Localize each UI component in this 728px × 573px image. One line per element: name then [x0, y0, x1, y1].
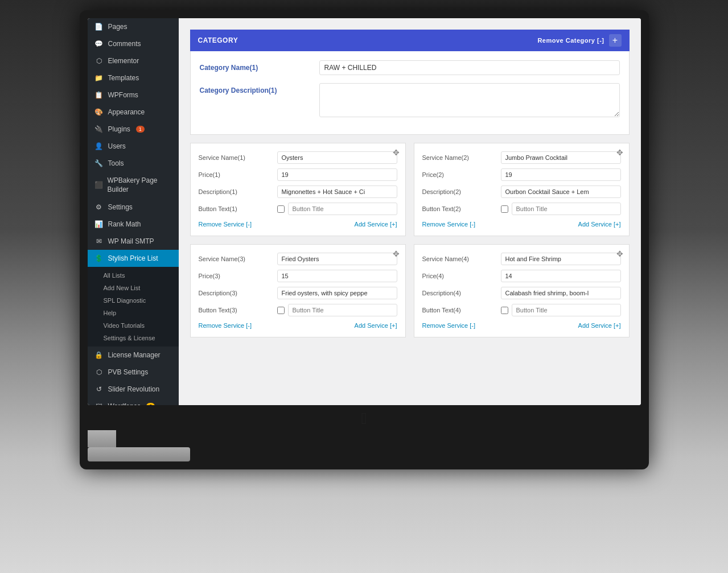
- sidebar-item-pvb[interactable]: ⬡ PVB Settings: [88, 364, 179, 381]
- service-1-btn-input[interactable]: [288, 203, 397, 215]
- service-2-add[interactable]: Add Service [+]: [578, 221, 621, 228]
- service-4-btn-checkbox-area: [501, 304, 621, 316]
- submenu-help[interactable]: Help: [88, 307, 179, 319]
- service-4-btn-row: Button Text(4): [422, 304, 621, 316]
- service-4-actions: Remove Service [-] Add Service [+]: [422, 322, 621, 329]
- sidebar-item-wordfence[interactable]: 🛡 Wordfence 2: [88, 398, 179, 405]
- sidebar-item-users[interactable]: 👤 Users: [88, 138, 179, 155]
- drag-handle-3[interactable]: ✥: [393, 249, 400, 258]
- service-2-price-input[interactable]: [501, 168, 621, 181]
- sidebar-submenu: All Lists Add New List SPL Diagnostic He…: [88, 267, 179, 347]
- service-3-desc-input[interactable]: [277, 287, 397, 299]
- service-2-name-label: Service Name(2): [422, 154, 496, 161]
- stand-base: [88, 447, 190, 461]
- service-1-price-label: Price(1): [199, 171, 273, 178]
- category-name-label: Category Name(1): [200, 60, 314, 72]
- service-2-price-label: Price(2): [422, 171, 496, 178]
- submenu-settings-license[interactable]: Settings & License: [88, 332, 179, 344]
- elementor-icon: ⬡: [94, 57, 104, 65]
- sidebar-item-wpbakery[interactable]: ⬛ WPBakery Page Builder: [88, 172, 179, 199]
- service-3-btn-checkbox[interactable]: [277, 307, 285, 314]
- rankmath-icon: 📊: [94, 220, 104, 228]
- service-3-name-input[interactable]: [277, 253, 397, 265]
- service-3-desc-label: Description(3): [199, 290, 273, 296]
- service-1-actions: Remove Service [-] Add Service [+]: [199, 221, 397, 228]
- sidebar-item-settings[interactable]: ⚙ Settings: [88, 199, 179, 216]
- service-4-desc-input[interactable]: [501, 287, 621, 299]
- service-1-name-input[interactable]: [277, 151, 397, 164]
- service-4-btn-checkbox[interactable]: [501, 307, 508, 314]
- remove-category-link[interactable]: Remove Category [-]: [537, 37, 604, 44]
- category-header: CATEGORY Remove Category [-] +: [190, 30, 630, 51]
- add-category-button[interactable]: +: [609, 34, 622, 47]
- service-3-name-row: Service Name(3): [199, 253, 397, 265]
- tools-icon: 🔧: [94, 159, 104, 167]
- service-2-desc-input[interactable]: [501, 185, 621, 198]
- service-1-desc-input[interactable]: [277, 185, 397, 198]
- sidebar-item-rankmath[interactable]: 📊 Rank Math: [88, 216, 179, 233]
- submenu-diagnostic[interactable]: SPL Diagnostic: [88, 294, 179, 307]
- settings-icon: ⚙: [94, 203, 104, 211]
- stylish-icon: 💲: [94, 254, 104, 262]
- sidebar-item-wpforms[interactable]: 📋 WPForms: [88, 86, 179, 104]
- service-4-name-input[interactable]: [501, 253, 621, 265]
- service-4-btn-input[interactable]: [512, 304, 621, 316]
- service-2-btn-checkbox[interactable]: [501, 205, 508, 213]
- wpmail-icon: ✉: [94, 237, 104, 245]
- category-title: CATEGORY: [198, 36, 238, 44]
- service-2-name-input[interactable]: [501, 151, 621, 164]
- sidebar-item-tools[interactable]: 🔧 Tools: [88, 155, 179, 172]
- service-1-btn-checkbox[interactable]: [277, 205, 285, 213]
- license-icon: 🔒: [94, 351, 104, 359]
- sidebar-item-templates[interactable]: 📁 Templates: [88, 69, 179, 86]
- apple-logo: : [88, 410, 641, 428]
- service-4-desc-label: Description(4): [422, 290, 496, 296]
- service-2-btn-input[interactable]: [512, 203, 621, 215]
- category-name-input[interactable]: [319, 60, 620, 75]
- service-3-price-input[interactable]: [277, 270, 397, 282]
- category-desc-input[interactable]: [319, 83, 620, 117]
- sidebar-item-wpmail[interactable]: ✉ WP Mail SMTP: [88, 233, 179, 250]
- slider-icon: ↺: [94, 385, 104, 393]
- service-4-name-row: Service Name(4): [422, 253, 621, 265]
- sidebar-item-pages[interactable]: 📄 Pages: [88, 18, 179, 35]
- sidebar-item-license[interactable]: 🔒 License Manager: [88, 347, 179, 364]
- submenu-add-new[interactable]: Add New List: [88, 282, 179, 294]
- drag-handle-4[interactable]: ✥: [616, 249, 623, 258]
- service-3-btn-row: Button Text(3): [199, 304, 397, 316]
- stand-neck: [88, 430, 116, 447]
- service-4-remove[interactable]: Remove Service [-]: [422, 322, 476, 329]
- service-2-price-row: Price(2): [422, 168, 621, 181]
- service-1-remove[interactable]: Remove Service [-]: [199, 221, 252, 228]
- drag-handle-1[interactable]: ✥: [393, 148, 400, 157]
- plugins-badge: 1: [136, 126, 145, 133]
- category-name-row: Category Name(1): [200, 60, 620, 75]
- submenu-videos[interactable]: Video Tutorials: [88, 319, 179, 332]
- category-desc-row: Category Description(1): [200, 83, 620, 117]
- pvb-icon: ⬡: [94, 368, 104, 376]
- sidebar-item-elementor[interactable]: ⬡ Elementor: [88, 52, 179, 69]
- drag-handle-2[interactable]: ✥: [616, 148, 623, 157]
- service-1-price-input[interactable]: [277, 168, 397, 181]
- service-1-add[interactable]: Add Service [+]: [355, 221, 397, 228]
- templates-icon: 📁: [94, 74, 104, 82]
- service-card-4: ✥ Service Name(4) Price(4) Description(4…: [414, 244, 630, 337]
- sidebar-item-slider[interactable]: ↺ Slider Revolution: [88, 381, 179, 398]
- service-3-remove[interactable]: Remove Service [-]: [199, 322, 252, 329]
- service-1-btn-label: Button Text(1): [199, 205, 273, 212]
- sidebar-item-plugins[interactable]: 🔌 Plugins 1: [88, 121, 179, 138]
- service-4-add[interactable]: Add Service [+]: [578, 322, 621, 329]
- wpbakery-icon: ⬛: [94, 181, 103, 190]
- service-4-price-input[interactable]: [501, 270, 621, 282]
- submenu-all-lists[interactable]: All Lists: [88, 269, 179, 282]
- sidebar-item-stylish-price[interactable]: 💲 Stylish Price List: [88, 250, 179, 267]
- service-2-remove[interactable]: Remove Service [-]: [422, 221, 476, 228]
- service-3-btn-input[interactable]: [288, 304, 397, 316]
- sidebar-item-appearance[interactable]: 🎨 Appearance: [88, 104, 179, 121]
- service-1-desc-label: Description(1): [199, 188, 273, 195]
- sidebar-item-comments[interactable]: 💬 Comments: [88, 35, 179, 52]
- service-1-price-row: Price(1): [199, 168, 397, 181]
- appearance-icon: 🎨: [94, 108, 104, 116]
- service-3-add[interactable]: Add Service [+]: [355, 322, 397, 329]
- users-icon: 👤: [94, 142, 104, 150]
